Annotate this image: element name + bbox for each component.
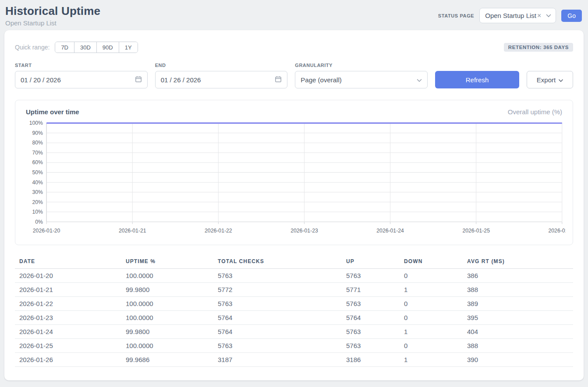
- y-axis-tick-label: 20%: [32, 199, 43, 205]
- y-axis-tick-label: 0%: [35, 219, 43, 225]
- quick-range-row: Quick range: 7D30D90D1Y RETENTION: 365 D…: [15, 42, 573, 53]
- table-cell: 395: [463, 311, 573, 325]
- uptime-line-chart: 0%10%20%30%40%50%60%70%80%90%100%2026-01…: [22, 121, 566, 239]
- column-header: UP: [342, 256, 400, 269]
- granularity-field: GRANULARITY Page (overall): [295, 63, 428, 88]
- end-date-value: 01 / 26 / 2026: [161, 76, 201, 84]
- column-header: DOWN: [400, 256, 463, 269]
- header-controls: STATUS PAGE Open Startup List × Go: [438, 8, 582, 23]
- y-axis-tick-label: 70%: [32, 150, 43, 156]
- table-row: 2026-01-23100.0000576457640395: [15, 311, 573, 325]
- y-axis-tick-label: 60%: [32, 159, 43, 165]
- column-header: AVG RT (MS): [463, 256, 573, 269]
- table-cell: 0: [400, 339, 463, 353]
- page-title: Historical Uptime: [5, 4, 100, 18]
- y-axis-tick-label: 40%: [32, 179, 43, 186]
- table-cell: 2026-01-23: [15, 311, 121, 325]
- uptime-chart: 0%10%20%30%40%50%60%70%80%90%100%2026-01…: [22, 121, 566, 239]
- start-date-field: START 01 / 20 / 2026: [15, 63, 148, 88]
- table-cell: 0: [400, 311, 463, 325]
- end-label: END: [155, 63, 288, 68]
- table-cell: 5763: [342, 325, 400, 339]
- table-cell: 0: [400, 269, 463, 283]
- page-header: Historical Uptime Open Startup List STAT…: [0, 0, 588, 30]
- quick-range-group: 7D30D90D1Y: [55, 42, 138, 53]
- status-page-select[interactable]: Open Startup List ×: [479, 8, 556, 23]
- table-cell: 2026-01-24: [15, 325, 121, 339]
- column-header: TOTAL CHECKS: [213, 256, 342, 269]
- quick-range-90d[interactable]: 90D: [96, 42, 119, 53]
- quick-range-30d[interactable]: 30D: [74, 42, 96, 53]
- chart-title: Uptime over time: [26, 108, 79, 116]
- x-axis-tick-label: 2026-01-22: [205, 228, 232, 234]
- chevron-down-icon: [559, 76, 563, 84]
- status-page-label: STATUS PAGE: [438, 13, 474, 18]
- table-cell: 99.9686: [121, 353, 213, 367]
- table-cell: 99.9800: [121, 283, 213, 297]
- table-cell: 1: [400, 353, 463, 367]
- calendar-icon[interactable]: [135, 76, 142, 84]
- page-subtitle: Open Startup List: [5, 19, 100, 27]
- column-header: DATE: [15, 256, 121, 269]
- chart-legend: Overall uptime (%): [508, 108, 562, 116]
- table-cell: 1: [400, 325, 463, 339]
- table-cell: 100.0000: [121, 297, 213, 311]
- table-cell: 2026-01-21: [15, 283, 121, 297]
- end-date-input[interactable]: 01 / 26 / 2026: [155, 71, 288, 88]
- clear-selection-icon[interactable]: ×: [537, 12, 541, 19]
- refresh-button[interactable]: Refresh: [435, 71, 519, 88]
- table-row: 2026-01-2199.9800577257711388: [15, 283, 573, 297]
- table-header-row: DATEUPTIME %TOTAL CHECKSUPDOWNAVG RT (MS…: [15, 256, 573, 269]
- export-button-label: Export: [537, 76, 556, 84]
- export-button[interactable]: Export: [527, 71, 573, 88]
- end-date-field: END 01 / 26 / 2026: [155, 63, 288, 88]
- table-cell: 388: [463, 283, 573, 297]
- title-block: Historical Uptime Open Startup List: [5, 4, 100, 27]
- table-cell: 5763: [342, 269, 400, 283]
- granularity-label: GRANULARITY: [295, 63, 428, 68]
- go-button[interactable]: Go: [561, 10, 582, 22]
- y-axis-tick-label: 90%: [32, 130, 43, 136]
- table-row: 2026-01-20100.0000576357630386: [15, 269, 573, 283]
- granularity-value: Page (overall): [301, 76, 341, 84]
- main-panel: Quick range: 7D30D90D1Y RETENTION: 365 D…: [4, 30, 584, 380]
- quick-range-1y[interactable]: 1Y: [119, 42, 138, 53]
- y-axis-tick-label: 80%: [32, 140, 43, 146]
- calendar-icon[interactable]: [275, 76, 282, 84]
- table-cell: 5772: [213, 283, 342, 297]
- granularity-select[interactable]: Page (overall): [295, 71, 428, 88]
- column-header: UPTIME %: [121, 256, 213, 269]
- table-row: 2026-01-22100.0000576357630389: [15, 297, 573, 311]
- table-cell: 386: [463, 269, 573, 283]
- table-cell: 5763: [213, 269, 342, 283]
- x-axis-tick-label: 2026-01-23: [290, 228, 318, 234]
- table-cell: 1: [400, 283, 463, 297]
- table-cell: 100.0000: [121, 339, 213, 353]
- table-cell: 3186: [342, 353, 400, 367]
- y-axis-tick-label: 50%: [32, 169, 43, 176]
- table-cell: 5763: [213, 339, 342, 353]
- quick-range-7d[interactable]: 7D: [55, 42, 74, 53]
- table-cell: 388: [463, 339, 573, 353]
- x-axis-tick-label: 2026-01-21: [119, 228, 146, 234]
- start-date-value: 01 / 20 / 2026: [21, 76, 61, 84]
- start-date-input[interactable]: 01 / 20 / 2026: [15, 71, 148, 88]
- table-cell: 5764: [342, 311, 400, 325]
- y-axis-tick-label: 30%: [32, 189, 43, 195]
- table-cell: 2026-01-26: [15, 353, 121, 367]
- start-label: START: [15, 63, 148, 68]
- x-axis-tick-label: 2026-01-25: [462, 228, 490, 234]
- y-axis-tick-label: 100%: [29, 121, 43, 126]
- table-cell: 5771: [342, 283, 400, 297]
- table-cell: 5764: [213, 311, 342, 325]
- x-axis-tick-label: 2026-01-20: [33, 228, 60, 234]
- x-axis-tick-label: 2026-01-26: [549, 228, 566, 234]
- table-cell: 5764: [213, 325, 342, 339]
- table-row: 2026-01-2499.9800576457631404: [15, 325, 573, 339]
- chevron-down-icon: [546, 14, 551, 18]
- table-cell: 100.0000: [121, 311, 213, 325]
- uptime-table: DATEUPTIME %TOTAL CHECKSUPDOWNAVG RT (MS…: [15, 256, 573, 367]
- quick-range-label: Quick range:: [15, 44, 50, 51]
- table-cell: 0: [400, 297, 463, 311]
- table-cell: 99.9800: [121, 325, 213, 339]
